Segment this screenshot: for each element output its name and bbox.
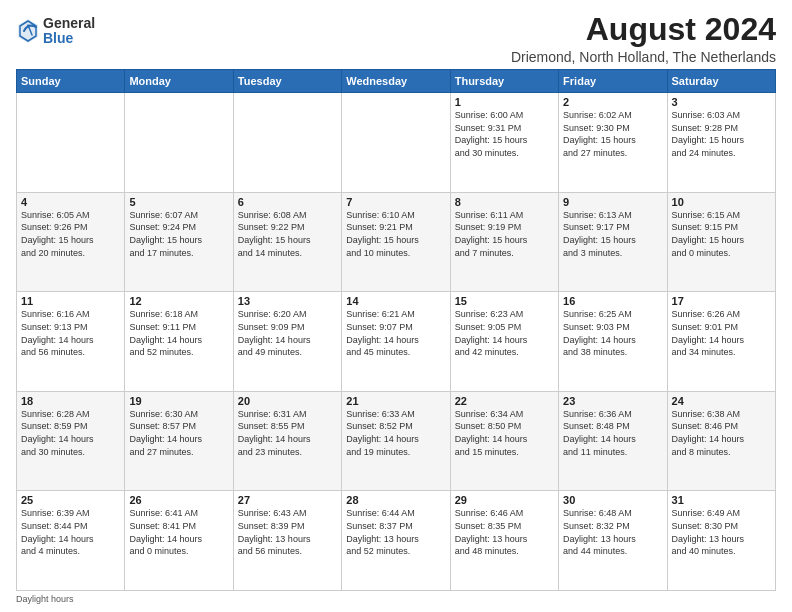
col-wednesday: Wednesday (342, 70, 450, 93)
day-number: 13 (238, 295, 337, 307)
day-number: 26 (129, 494, 228, 506)
day-number: 7 (346, 196, 445, 208)
day-number: 22 (455, 395, 554, 407)
header: General Blue August 2024 Driemond, North… (16, 12, 776, 65)
calendar-cell: 9Sunrise: 6:13 AM Sunset: 9:17 PM Daylig… (559, 192, 667, 292)
col-thursday: Thursday (450, 70, 558, 93)
day-number: 23 (563, 395, 662, 407)
day-number: 20 (238, 395, 337, 407)
calendar-cell (17, 93, 125, 193)
day-number: 31 (672, 494, 771, 506)
logo-general: General (43, 16, 95, 31)
page: General Blue August 2024 Driemond, North… (0, 0, 792, 612)
day-info: Sunrise: 6:21 AM Sunset: 9:07 PM Dayligh… (346, 308, 445, 358)
calendar-header-row: Sunday Monday Tuesday Wednesday Thursday… (17, 70, 776, 93)
calendar-cell: 24Sunrise: 6:38 AM Sunset: 8:46 PM Dayli… (667, 391, 775, 491)
calendar-cell: 14Sunrise: 6:21 AM Sunset: 9:07 PM Dayli… (342, 292, 450, 392)
day-number: 6 (238, 196, 337, 208)
day-info: Sunrise: 6:28 AM Sunset: 8:59 PM Dayligh… (21, 408, 120, 458)
calendar-cell: 15Sunrise: 6:23 AM Sunset: 9:05 PM Dayli… (450, 292, 558, 392)
day-number: 25 (21, 494, 120, 506)
day-number: 24 (672, 395, 771, 407)
calendar-cell: 12Sunrise: 6:18 AM Sunset: 9:11 PM Dayli… (125, 292, 233, 392)
calendar-cell: 22Sunrise: 6:34 AM Sunset: 8:50 PM Dayli… (450, 391, 558, 491)
day-number: 11 (21, 295, 120, 307)
day-info: Sunrise: 6:03 AM Sunset: 9:28 PM Dayligh… (672, 109, 771, 159)
day-info: Sunrise: 6:05 AM Sunset: 9:26 PM Dayligh… (21, 209, 120, 259)
day-info: Sunrise: 6:48 AM Sunset: 8:32 PM Dayligh… (563, 507, 662, 557)
logo-text: General Blue (43, 16, 95, 47)
day-info: Sunrise: 6:33 AM Sunset: 8:52 PM Dayligh… (346, 408, 445, 458)
calendar-cell: 13Sunrise: 6:20 AM Sunset: 9:09 PM Dayli… (233, 292, 341, 392)
day-info: Sunrise: 6:20 AM Sunset: 9:09 PM Dayligh… (238, 308, 337, 358)
day-number: 17 (672, 295, 771, 307)
subtitle: Driemond, North Holland, The Netherlands (511, 49, 776, 65)
day-info: Sunrise: 6:31 AM Sunset: 8:55 PM Dayligh… (238, 408, 337, 458)
day-info: Sunrise: 6:43 AM Sunset: 8:39 PM Dayligh… (238, 507, 337, 557)
day-info: Sunrise: 6:49 AM Sunset: 8:30 PM Dayligh… (672, 507, 771, 557)
calendar-cell: 25Sunrise: 6:39 AM Sunset: 8:44 PM Dayli… (17, 491, 125, 591)
calendar-cell: 6Sunrise: 6:08 AM Sunset: 9:22 PM Daylig… (233, 192, 341, 292)
col-sunday: Sunday (17, 70, 125, 93)
day-number: 2 (563, 96, 662, 108)
calendar-cell: 18Sunrise: 6:28 AM Sunset: 8:59 PM Dayli… (17, 391, 125, 491)
day-info: Sunrise: 6:34 AM Sunset: 8:50 PM Dayligh… (455, 408, 554, 458)
calendar-cell: 8Sunrise: 6:11 AM Sunset: 9:19 PM Daylig… (450, 192, 558, 292)
calendar-week-5: 25Sunrise: 6:39 AM Sunset: 8:44 PM Dayli… (17, 491, 776, 591)
calendar-cell: 1Sunrise: 6:00 AM Sunset: 9:31 PM Daylig… (450, 93, 558, 193)
col-tuesday: Tuesday (233, 70, 341, 93)
day-number: 18 (21, 395, 120, 407)
day-number: 14 (346, 295, 445, 307)
day-number: 30 (563, 494, 662, 506)
day-number: 12 (129, 295, 228, 307)
day-number: 3 (672, 96, 771, 108)
calendar-week-1: 1Sunrise: 6:00 AM Sunset: 9:31 PM Daylig… (17, 93, 776, 193)
calendar-cell: 10Sunrise: 6:15 AM Sunset: 9:15 PM Dayli… (667, 192, 775, 292)
day-number: 15 (455, 295, 554, 307)
calendar-week-4: 18Sunrise: 6:28 AM Sunset: 8:59 PM Dayli… (17, 391, 776, 491)
day-info: Sunrise: 6:16 AM Sunset: 9:13 PM Dayligh… (21, 308, 120, 358)
calendar-cell: 19Sunrise: 6:30 AM Sunset: 8:57 PM Dayli… (125, 391, 233, 491)
day-info: Sunrise: 6:11 AM Sunset: 9:19 PM Dayligh… (455, 209, 554, 259)
day-info: Sunrise: 6:41 AM Sunset: 8:41 PM Dayligh… (129, 507, 228, 557)
calendar-cell: 28Sunrise: 6:44 AM Sunset: 8:37 PM Dayli… (342, 491, 450, 591)
calendar-cell: 30Sunrise: 6:48 AM Sunset: 8:32 PM Dayli… (559, 491, 667, 591)
calendar-cell: 31Sunrise: 6:49 AM Sunset: 8:30 PM Dayli… (667, 491, 775, 591)
calendar-cell: 17Sunrise: 6:26 AM Sunset: 9:01 PM Dayli… (667, 292, 775, 392)
day-info: Sunrise: 6:02 AM Sunset: 9:30 PM Dayligh… (563, 109, 662, 159)
calendar-table: Sunday Monday Tuesday Wednesday Thursday… (16, 69, 776, 591)
calendar-cell: 27Sunrise: 6:43 AM Sunset: 8:39 PM Dayli… (233, 491, 341, 591)
calendar-cell: 23Sunrise: 6:36 AM Sunset: 8:48 PM Dayli… (559, 391, 667, 491)
calendar-cell: 5Sunrise: 6:07 AM Sunset: 9:24 PM Daylig… (125, 192, 233, 292)
day-info: Sunrise: 6:07 AM Sunset: 9:24 PM Dayligh… (129, 209, 228, 259)
col-friday: Friday (559, 70, 667, 93)
calendar-cell (125, 93, 233, 193)
day-number: 28 (346, 494, 445, 506)
day-info: Sunrise: 6:00 AM Sunset: 9:31 PM Dayligh… (455, 109, 554, 159)
day-number: 27 (238, 494, 337, 506)
calendar-week-3: 11Sunrise: 6:16 AM Sunset: 9:13 PM Dayli… (17, 292, 776, 392)
day-number: 1 (455, 96, 554, 108)
main-title: August 2024 (511, 12, 776, 47)
day-info: Sunrise: 6:15 AM Sunset: 9:15 PM Dayligh… (672, 209, 771, 259)
day-number: 19 (129, 395, 228, 407)
day-info: Sunrise: 6:18 AM Sunset: 9:11 PM Dayligh… (129, 308, 228, 358)
day-number: 5 (129, 196, 228, 208)
day-info: Sunrise: 6:36 AM Sunset: 8:48 PM Dayligh… (563, 408, 662, 458)
footer-note: Daylight hours (16, 594, 776, 604)
day-number: 9 (563, 196, 662, 208)
calendar-cell: 26Sunrise: 6:41 AM Sunset: 8:41 PM Dayli… (125, 491, 233, 591)
day-number: 21 (346, 395, 445, 407)
calendar-cell: 2Sunrise: 6:02 AM Sunset: 9:30 PM Daylig… (559, 93, 667, 193)
day-info: Sunrise: 6:26 AM Sunset: 9:01 PM Dayligh… (672, 308, 771, 358)
logo-icon (16, 17, 40, 45)
day-info: Sunrise: 6:39 AM Sunset: 8:44 PM Dayligh… (21, 507, 120, 557)
day-number: 10 (672, 196, 771, 208)
day-info: Sunrise: 6:10 AM Sunset: 9:21 PM Dayligh… (346, 209, 445, 259)
day-info: Sunrise: 6:38 AM Sunset: 8:46 PM Dayligh… (672, 408, 771, 458)
day-number: 8 (455, 196, 554, 208)
calendar-cell: 20Sunrise: 6:31 AM Sunset: 8:55 PM Dayli… (233, 391, 341, 491)
logo: General Blue (16, 16, 95, 47)
day-info: Sunrise: 6:25 AM Sunset: 9:03 PM Dayligh… (563, 308, 662, 358)
calendar-cell: 7Sunrise: 6:10 AM Sunset: 9:21 PM Daylig… (342, 192, 450, 292)
